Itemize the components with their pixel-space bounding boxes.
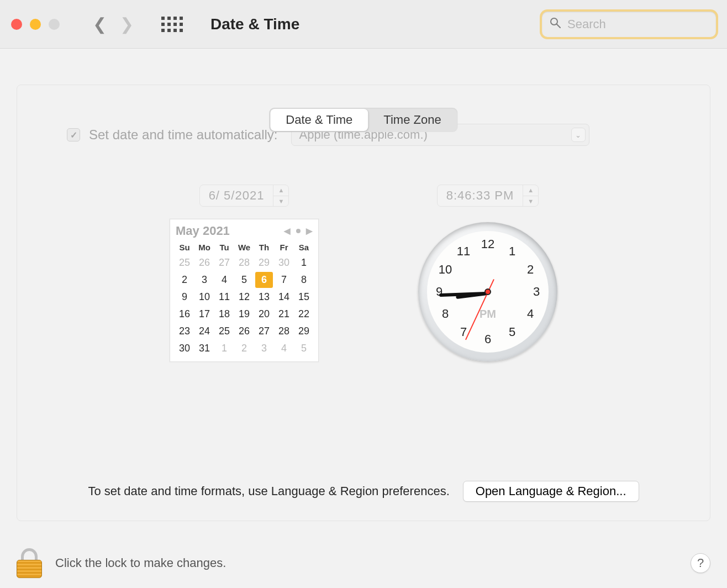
clock-num: 3 [533, 285, 540, 299]
calendar-day[interactable]: 4 [214, 271, 234, 288]
calendar-day[interactable]: 19 [234, 306, 254, 323]
clock-num: 5 [509, 325, 515, 339]
time-value: 8:46:33 PM [438, 185, 523, 206]
show-all-icon[interactable] [161, 17, 183, 32]
calendar-dow: We [234, 240, 254, 254]
clock-num: 6 [484, 332, 491, 347]
calendar-dow: Mo [194, 240, 214, 254]
calendar-day[interactable]: 28 [274, 323, 294, 340]
calendar-dow: Fr [274, 240, 294, 254]
calendar-day[interactable]: 1 [294, 254, 314, 271]
date-stepper[interactable]: 6/ 5/2021 ▲▼ [199, 185, 289, 207]
back-button[interactable]: ❮ [93, 16, 107, 33]
nav-arrows: ❮ ❯ [93, 16, 134, 33]
toolbar: ❮ ❯ Date & Time [0, 0, 727, 49]
calendar-day[interactable]: 6 [255, 272, 273, 288]
window-title: Date & Time [210, 15, 299, 33]
calendar-day[interactable]: 17 [194, 306, 214, 323]
calendar-day[interactable]: 14 [274, 288, 294, 306]
calendar-day[interactable]: 20 [254, 306, 274, 323]
calendar-day[interactable]: 8 [294, 271, 314, 288]
calendar-day[interactable]: 16 [175, 306, 194, 323]
date-stepper-arrows[interactable]: ▲▼ [273, 185, 288, 206]
calendar-header: May 2021 ◀ ▶ [170, 219, 318, 240]
search-icon [550, 17, 561, 32]
calendar-day[interactable]: 10 [194, 288, 214, 306]
tab-bar: Date & Time Time Zone [269, 108, 457, 132]
calendar-day[interactable]: 28 [234, 254, 254, 271]
calendar-day[interactable]: 27 [214, 254, 234, 271]
auto-set-checkbox[interactable]: ✓ [67, 128, 80, 141]
svg-line-1 [557, 24, 560, 28]
calendar-day[interactable]: 12 [234, 288, 254, 306]
calendar-day[interactable]: 13 [254, 288, 274, 306]
tab-date-time[interactable]: Date & Time [270, 109, 368, 131]
format-hint: To set date and time formats, use Langua… [88, 484, 449, 498]
calendar-day[interactable]: 3 [254, 340, 274, 357]
clock-face: 12 1 2 3 4 5 6 7 8 9 10 11 PM [427, 231, 549, 353]
calendar-day[interactable]: 1 [214, 340, 234, 357]
lock-hint: Click the lock to make changes. [55, 556, 226, 570]
calendar-day[interactable]: 22 [294, 306, 314, 323]
clock-num: 12 [481, 237, 494, 251]
calendar-day[interactable]: 30 [274, 254, 294, 271]
calendar-day[interactable]: 7 [274, 271, 294, 288]
calendar-prev-icon[interactable]: ◀ [284, 226, 291, 236]
search-input[interactable] [566, 17, 720, 32]
forward-button[interactable]: ❯ [120, 16, 134, 33]
bottom-bar: Click the lock to make changes. ? [17, 548, 710, 578]
calendar-day[interactable]: 24 [194, 323, 214, 340]
clock-num: 1 [509, 244, 515, 259]
calendar-day[interactable]: 21 [274, 306, 294, 323]
date-column: 6/ 5/2021 ▲▼ May 2021 ◀ ▶ SuMoTuWeThFrSa… [170, 185, 319, 362]
calendar-day[interactable]: 30 [175, 340, 194, 357]
date-value: 6/ 5/2021 [200, 185, 273, 206]
clock-ampm: PM [480, 308, 496, 321]
calendar-day[interactable]: 25 [175, 254, 194, 271]
calendar-day[interactable]: 31 [194, 340, 214, 357]
calendar-day[interactable]: 25 [214, 323, 234, 340]
calendar-day[interactable]: 15 [294, 288, 314, 306]
preferences-panel: ✓ Set date and time automatically: Apple… [17, 85, 710, 521]
clock-num: 2 [527, 262, 534, 277]
calendar-next-icon[interactable]: ▶ [306, 226, 313, 236]
calendar-day[interactable]: 4 [274, 340, 294, 357]
time-stepper-arrows[interactable]: ▲▼ [523, 185, 538, 206]
calendar-day[interactable]: 18 [214, 306, 234, 323]
calendar-day[interactable]: 29 [254, 254, 274, 271]
clock-num: 8 [442, 307, 449, 321]
zoom-window-button[interactable] [49, 19, 60, 30]
clock-num: 9 [436, 285, 442, 299]
minimize-window-button[interactable] [30, 19, 41, 30]
tab-time-zone[interactable]: Time Zone [368, 109, 456, 131]
clock-num: 10 [439, 262, 452, 277]
calendar-dow: Sa [294, 240, 314, 254]
auto-set-label: Set date and time automatically: [89, 127, 278, 143]
calendar-day[interactable]: 2 [175, 271, 194, 288]
calendar-day[interactable]: 9 [175, 288, 194, 306]
search-field[interactable] [542, 12, 716, 37]
clock-num: 11 [457, 244, 470, 259]
clock-pivot [484, 288, 491, 295]
calendar: May 2021 ◀ ▶ SuMoTuWeThFrSa2526272829301… [170, 219, 319, 362]
lock-icon[interactable] [17, 548, 42, 578]
close-window-button[interactable] [11, 19, 22, 30]
calendar-day[interactable]: 23 [175, 323, 194, 340]
calendar-dow: Su [175, 240, 194, 254]
calendar-dow: Th [254, 240, 274, 254]
calendar-day[interactable]: 29 [294, 323, 314, 340]
open-language-region-button[interactable]: Open Language & Region... [463, 481, 639, 502]
calendar-day[interactable]: 26 [234, 323, 254, 340]
calendar-day[interactable]: 26 [194, 254, 214, 271]
calendar-day[interactable]: 5 [234, 271, 254, 288]
calendar-today-icon[interactable] [296, 229, 301, 233]
calendar-day[interactable]: 3 [194, 271, 214, 288]
calendar-day[interactable]: 5 [294, 340, 314, 357]
calendar-day[interactable]: 27 [254, 323, 274, 340]
time-column: 8:46:33 PM ▲▼ 12 1 2 3 4 5 6 7 8 9 [418, 185, 557, 362]
time-stepper[interactable]: 8:46:33 PM ▲▼ [437, 185, 539, 207]
help-button[interactable]: ? [691, 553, 710, 573]
calendar-day[interactable]: 2 [234, 340, 254, 357]
panel-footer: To set date and time formats, use Langua… [17, 481, 710, 502]
calendar-day[interactable]: 11 [214, 288, 234, 306]
